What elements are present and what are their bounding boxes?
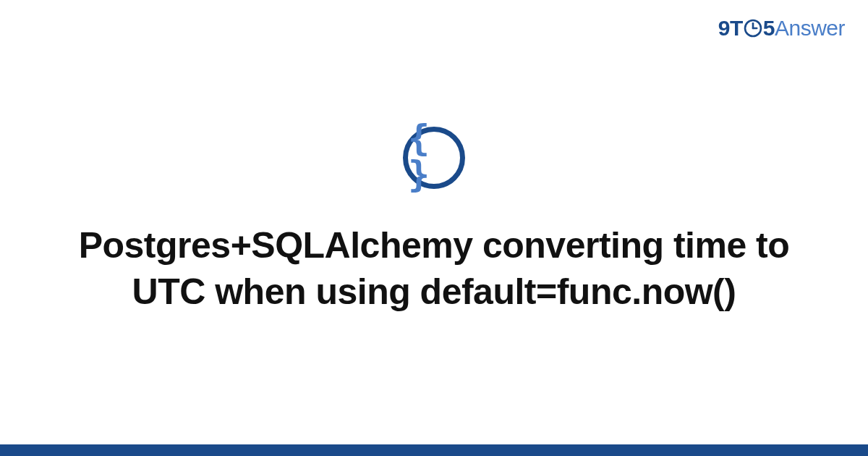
footer-bar — [0, 444, 868, 456]
hero-section: { } Postgres+SQLAlchemy converting time … — [0, 0, 868, 456]
braces-glyph: { } — [408, 120, 460, 193]
code-braces-icon: { } — [403, 127, 465, 189]
page-title: Postgres+SQLAlchemy converting time to U… — [54, 222, 814, 315]
